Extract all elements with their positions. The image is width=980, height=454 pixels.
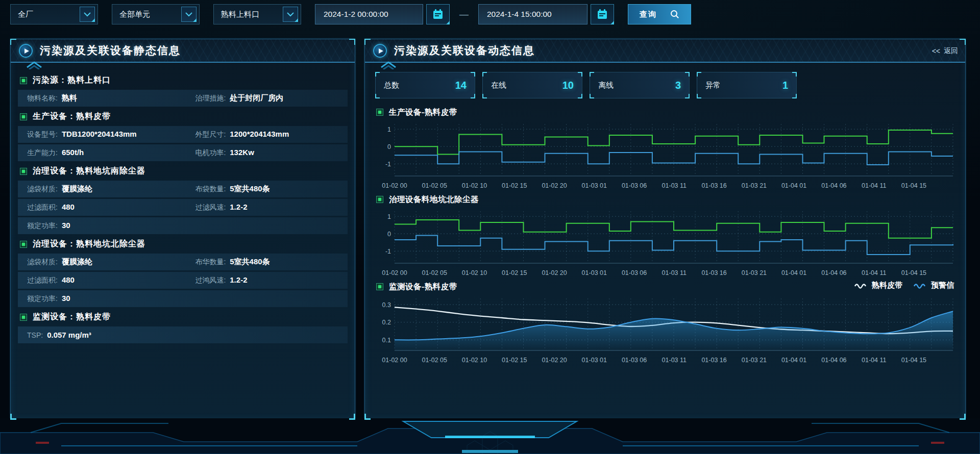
- kv-row: 额定功率:30: [18, 217, 348, 234]
- kv-pair: 过滤面积:480: [27, 203, 195, 212]
- back-label: 返回: [944, 46, 958, 56]
- svg-text:01-04 15: 01-04 15: [901, 357, 926, 364]
- section-row: 治理设备：熟料地坑南除尘器: [18, 163, 348, 180]
- section-row: 监测设备：熟料皮带: [18, 309, 348, 325]
- svg-text:01-03 06: 01-03 06: [622, 269, 647, 276]
- kv-value: 30: [62, 221, 70, 230]
- plant-select-value: 全厂: [18, 10, 33, 19]
- svg-text:01-03 11: 01-03 11: [662, 357, 687, 364]
- kv-label: 设备型号:: [27, 130, 58, 139]
- kv-value: 1200*204143mm: [230, 130, 289, 138]
- svg-text:0: 0: [387, 143, 391, 150]
- section-bullet-icon: [20, 113, 27, 120]
- svg-text:0.1: 0.1: [382, 337, 391, 344]
- svg-text:01-02 05: 01-02 05: [422, 357, 447, 364]
- svg-text:01-04 06: 01-04 06: [821, 182, 846, 189]
- svg-text:-1: -1: [385, 161, 391, 168]
- kv-pair: 物料名称:熟料: [27, 93, 195, 103]
- kv-pair: 滤袋材质:覆膜涤纶: [27, 184, 195, 194]
- kv-pair: 布袋数量:5室共480条: [195, 184, 270, 194]
- unit-select-value: 全部单元: [119, 10, 150, 19]
- svg-text:01-02 20: 01-02 20: [542, 269, 567, 276]
- dynamic-info-title: 污染源及关联设备动态信息: [394, 43, 535, 58]
- section-bullet-icon: [376, 109, 383, 116]
- svg-text:0.2: 0.2: [382, 319, 391, 326]
- svg-text:01-02 15: 01-02 15: [502, 357, 527, 364]
- svg-text:01-03 01: 01-03 01: [582, 269, 607, 276]
- kv-value: 1.2-2: [230, 203, 247, 211]
- kv-value: 熟料: [62, 93, 77, 103]
- unit-select[interactable]: 全部单元: [112, 4, 200, 24]
- kv-row: 生产能力:650t/h电机功率:132Kw: [18, 144, 348, 161]
- plant-select[interactable]: 全厂: [10, 4, 98, 24]
- dynamic-info-header: 污染源及关联设备动态信息 << 返回: [365, 39, 965, 63]
- svg-text:01-02 10: 01-02 10: [462, 269, 487, 276]
- kv-pair: 设备型号:TDB1200*204143mm: [27, 130, 195, 139]
- chart3-title-row: 监测设备-熟料皮带 熟料皮带 预警信: [375, 280, 956, 293]
- legend-item-belt[interactable]: 熟料皮带: [854, 281, 902, 290]
- kv-row: 设备型号:TDB1200*204143mm外型尺寸:1200*204143mm: [18, 126, 348, 143]
- section-label: 生产设备：熟料皮带: [33, 111, 111, 122]
- kv-label: 过滤面积:: [27, 276, 58, 285]
- kv-value: 480: [62, 203, 75, 211]
- kv-pair: TSP:0.057 mg/m³: [27, 331, 195, 339]
- section-bullet-icon: [20, 168, 27, 175]
- toolbar: 全厂 全部单元 熟料上料口 2024-1-2 00:00:00 — 2: [10, 4, 691, 24]
- kv-pair: 额定功率:30: [27, 294, 195, 304]
- stat-value: 1: [782, 80, 788, 91]
- calendar-icon[interactable]: [426, 4, 450, 24]
- kv-label: TSP:: [27, 331, 43, 339]
- svg-text:01-02 00: 01-02 00: [382, 357, 407, 364]
- svg-text:01-02 10: 01-02 10: [462, 182, 487, 189]
- svg-text:01-04 06: 01-04 06: [821, 269, 846, 276]
- section-label: 治理设备：熟料地坑北除尘器: [33, 239, 145, 249]
- svg-text:01-02 10: 01-02 10: [462, 357, 487, 364]
- kv-pair: 外型尺寸:1200*204143mm: [195, 130, 289, 139]
- kv-label: 电机功率:: [195, 148, 226, 158]
- svg-text:0.3: 0.3: [382, 301, 391, 309]
- production-equipment-chart[interactable]: 10-101-02 0001-02 0501-02 1001-02 1501-0…: [375, 119, 956, 193]
- section-bullet-icon: [20, 314, 27, 321]
- stat-box: 在线10: [482, 72, 582, 98]
- kv-label: 生产能力:: [27, 148, 58, 158]
- dynamic-info-panel: 污染源及关联设备动态信息 << 返回 总数14在线10离线3异常1 生产设备-熟…: [364, 39, 966, 420]
- date-range-separator: —: [459, 9, 469, 20]
- section-label: 治理设备：熟料地坑南除尘器: [33, 166, 145, 176]
- device-stats-row: 总数14在线10离线3异常1: [375, 72, 797, 98]
- svg-text:01-02 15: 01-02 15: [502, 269, 527, 276]
- kv-label: 额定功率:: [27, 221, 58, 231]
- source-select[interactable]: 熟料上料口: [213, 4, 301, 24]
- source-select-value: 熟料上料口: [221, 10, 259, 19]
- calendar-icon[interactable]: [591, 4, 614, 24]
- legend-item-alarm[interactable]: 预警信: [914, 281, 954, 290]
- svg-text:01-02 20: 01-02 20: [542, 182, 567, 189]
- start-date-input[interactable]: 2024-1-2 00:00:00: [315, 4, 423, 24]
- chevron-down-icon[interactable]: [181, 7, 197, 22]
- svg-text:01-02 05: 01-02 05: [422, 182, 447, 189]
- query-button-label: 查询: [640, 10, 657, 19]
- svg-text:01-03 11: 01-03 11: [662, 182, 687, 189]
- chevron-down-icon[interactable]: [283, 7, 298, 22]
- svg-text:01-04 01: 01-04 01: [781, 269, 806, 276]
- chevron-down-icon[interactable]: [80, 7, 95, 22]
- end-date-input[interactable]: 2024-1-4 15:00:00: [478, 4, 587, 24]
- stat-box: 异常1: [697, 72, 797, 98]
- charts-area: 生产设备-熟料皮带 10-101-02 0001-02 0501-02 1001…: [375, 106, 956, 367]
- kv-pair: 治理措施:处于封闭厂房内: [195, 93, 283, 103]
- kv-row: 过滤面积:480过滤风速:1.2-2: [18, 199, 348, 216]
- query-button[interactable]: 查询: [628, 4, 691, 24]
- kv-pair: 生产能力:650t/h: [27, 148, 195, 158]
- back-button[interactable]: << 返回: [932, 46, 958, 56]
- kv-label: 布华数量:: [195, 258, 226, 267]
- treatment-equipment-chart[interactable]: 10-101-02 0001-02 0501-02 1001-02 1501-0…: [375, 206, 956, 280]
- chart1-title-row: 生产设备-熟料皮带: [375, 106, 956, 119]
- svg-text:01-03 21: 01-03 21: [742, 357, 767, 364]
- header-chevron-decoration: [378, 60, 399, 69]
- kv-value: 0.057 mg/m³: [47, 331, 91, 339]
- section-bullet-icon: [376, 283, 383, 290]
- kv-value: TDB1200*204143mm: [62, 130, 137, 138]
- chart1-title: 生产设备-熟料皮带: [389, 107, 457, 118]
- stat-label: 总数: [384, 81, 399, 90]
- monitoring-equipment-chart[interactable]: 0.30.20.101-02 0001-02 0501-02 1001-02 1…: [375, 293, 956, 367]
- svg-text:01-02 05: 01-02 05: [422, 269, 447, 276]
